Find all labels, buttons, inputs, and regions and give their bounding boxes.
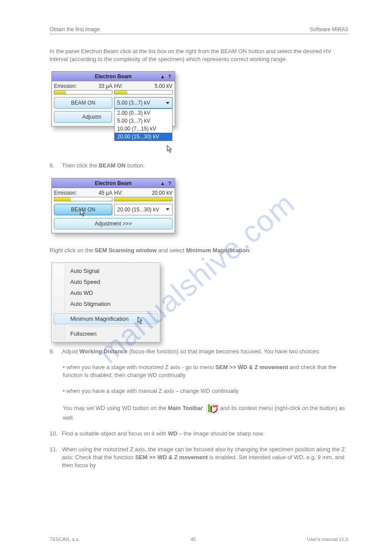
adjustment-button[interactable]: Adjustment >>> xyxy=(54,218,173,229)
footer-center: 45 xyxy=(191,537,196,542)
hv-select[interactable]: 5.00 (3...7) kV 2.00 (0...3) kV 5.00 (3.… xyxy=(114,97,173,109)
cursor-icon xyxy=(137,316,144,325)
hv-bar xyxy=(114,197,173,201)
emission-value: 33 µA xyxy=(98,83,112,89)
electron-beam-panel-1: Electron Beam ▲ ? Emission: 33 µA HV: xyxy=(51,71,175,127)
footer-left: TESCAN, a.s. xyxy=(50,537,79,542)
panel-titlebar[interactable]: Electron Beam ▲ ? xyxy=(52,72,175,81)
hv-bar-fill xyxy=(115,197,172,201)
emission-value: 45 µA xyxy=(98,190,112,196)
hv-bar-fill xyxy=(115,91,127,94)
hv-value: 20.00 kV xyxy=(152,190,173,196)
ctx-separator xyxy=(68,311,155,312)
hv-label: HV: xyxy=(114,83,123,89)
intro-paragraph: In the panel Electron Beam click at the … xyxy=(50,47,348,63)
chevron-down-icon xyxy=(166,208,169,210)
step-9-bullet-b: • when you have a stage with manual Z ax… xyxy=(63,387,348,395)
hv-option[interactable]: 10.00 (7...15) kV xyxy=(115,125,172,133)
ctx-auto-speed[interactable]: Auto Speed xyxy=(54,276,158,287)
ctx-min-magnification[interactable]: Minimum Magnification xyxy=(54,313,158,324)
hv-dropdown: 2.00 (0...3) kV 5.00 (3...7) kV 10.00 (7… xyxy=(114,109,173,141)
context-menu: Auto Signal Auto Speed Auto WD Auto Stig… xyxy=(51,262,160,342)
running-header: Obtain the first image Software MIRA3 xyxy=(50,26,348,34)
step-8-text: 8. Then click the BEAM ON button: xyxy=(50,162,348,170)
chevron-down-icon xyxy=(166,102,169,104)
emission-label: Emission: xyxy=(54,190,77,196)
hv-option-highlight[interactable]: 20.00 (15...30) kV xyxy=(115,133,172,141)
hv-bar xyxy=(114,90,173,94)
header-right: Software MIRA3 xyxy=(310,26,348,33)
electron-beam-panel-2: Electron Beam ▲ ? Emission: 45 µA HV: xyxy=(51,178,175,233)
help-icon[interactable]: ? xyxy=(168,72,171,81)
help-icon[interactable]: ? xyxy=(168,178,171,188)
emission-label: Emission: xyxy=(54,83,77,89)
emission-bar-fill xyxy=(54,91,66,94)
panel-titlebar[interactable]: Electron Beam ▲ ? xyxy=(52,178,175,188)
emission-bar xyxy=(54,90,112,94)
wd-toolbar-icon[interactable]: WD xyxy=(206,403,219,414)
adjustment-button-truncated[interactable]: Adjustm xyxy=(54,111,112,123)
step-11: 11. When using the motorized Z axis, the… xyxy=(50,446,348,470)
step-context-text: Right click on the SEM Scanning window a… xyxy=(50,247,348,254)
hv-option[interactable]: 2.00 (0...3) kV xyxy=(115,109,172,117)
hv-value: 5.00 kV xyxy=(155,83,173,89)
hv-option[interactable]: 5.00 (3...7) kV xyxy=(115,117,172,125)
ctx-auto-stigmation[interactable]: Auto Stigmation xyxy=(54,298,158,309)
step-10: 10. Find a suitable object and focus on … xyxy=(50,430,348,438)
step-9-cont: You may set WD using WD button on the Ma… xyxy=(63,403,348,422)
hv-label: HV: xyxy=(114,190,123,196)
ctx-separator xyxy=(68,326,155,326)
ctx-fullscreen[interactable]: Fullscreen xyxy=(54,328,158,339)
step-9-bullet-a: • when you have a stage with motorized Z… xyxy=(63,363,348,379)
hv-select-value: 20.00 (15...30) kV xyxy=(117,207,159,213)
panel-title-text: Electron Beam xyxy=(95,180,132,186)
emission-bar-fill xyxy=(54,197,71,201)
ctx-auto-signal[interactable]: Auto Signal xyxy=(54,265,158,276)
collapse-icon[interactable]: ▲ xyxy=(160,178,165,188)
panel-title-text: Electron Beam xyxy=(95,73,132,80)
beam-on-button[interactable]: BEAM ON xyxy=(54,97,112,109)
hv-select-value: 5.00 (3...7) kV xyxy=(117,100,150,106)
header-left: Obtain the first image xyxy=(50,26,100,33)
page-footer: TESCAN, a.s. 45 User's manual v1.0 xyxy=(50,537,348,542)
hv-select[interactable]: 20.00 (15...30) kV xyxy=(114,204,173,215)
emission-bar xyxy=(54,197,112,201)
step-9: 9. Adjust Working Distance (focus-like f… xyxy=(50,348,348,355)
footer-right: User's manual v1.0 xyxy=(307,537,348,542)
ctx-auto-wd[interactable]: Auto WD xyxy=(54,287,158,298)
collapse-icon[interactable]: ▲ xyxy=(160,72,165,81)
beam-on-button[interactable]: BEAM ON xyxy=(54,204,112,215)
